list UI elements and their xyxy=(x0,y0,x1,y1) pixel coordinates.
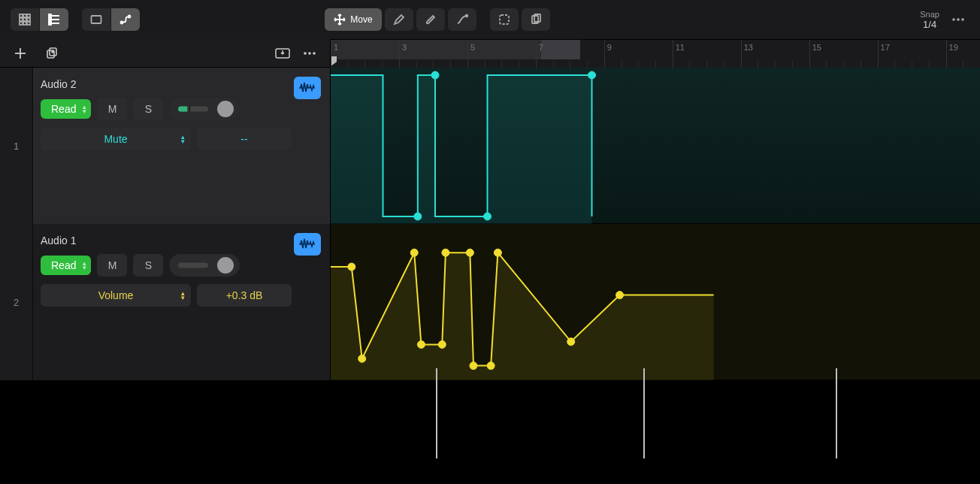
svg-point-23 xyxy=(957,18,960,21)
chevron-updown-icon: ▴▾ xyxy=(83,261,86,270)
automation-node[interactable] xyxy=(442,249,449,256)
automation-node[interactable] xyxy=(417,340,425,348)
track-type-icon[interactable] xyxy=(294,233,321,256)
tool-move[interactable]: Move xyxy=(325,8,381,31)
ruler-label: 7 xyxy=(539,43,543,52)
automation-mode-label: Read xyxy=(51,103,76,115)
automation-param-label: Volume xyxy=(98,289,134,301)
svg-point-22 xyxy=(952,18,955,21)
track-header-2[interactable]: 2 Audio 1 Read ▴▾ M S Volume xyxy=(0,224,330,380)
plus-icon xyxy=(14,47,27,60)
automation-node[interactable] xyxy=(466,249,473,256)
track-header-1[interactable]: 1 Audio 2 Read ▴▾ M S Mute xyxy=(0,68,330,224)
mute-button[interactable]: M xyxy=(97,98,127,120)
tool-pencil[interactable] xyxy=(385,8,413,31)
ruler-label: 11 xyxy=(676,43,685,52)
chevron-updown-icon: ▴▾ xyxy=(181,135,185,144)
automation-mode-button[interactable] xyxy=(111,8,140,31)
automation-param-label: Mute xyxy=(104,133,127,145)
ellipsis-icon xyxy=(951,13,965,26)
ruler-label: 3 xyxy=(402,43,407,52)
tool-marquee[interactable] xyxy=(490,8,519,31)
ruler-label: 13 xyxy=(744,43,753,52)
solo-button[interactable]: S xyxy=(133,98,163,120)
ruler-label: 17 xyxy=(881,43,890,52)
automation-lane-2[interactable] xyxy=(331,224,980,380)
automation-node[interactable] xyxy=(358,355,366,362)
automation-node[interactable] xyxy=(487,362,495,370)
automation-lane-1[interactable] xyxy=(331,68,980,224)
svg-rect-15 xyxy=(92,16,101,23)
view-grid-button[interactable] xyxy=(11,8,39,31)
svg-rect-19 xyxy=(500,15,509,24)
duplicate-track-button[interactable] xyxy=(44,45,60,62)
svg-point-34 xyxy=(313,52,316,55)
ruler-label: 5 xyxy=(470,43,475,52)
automation-node[interactable] xyxy=(588,71,596,79)
ellipsis-icon xyxy=(303,47,316,60)
add-track-button[interactable] xyxy=(12,45,29,62)
track-index: 2 xyxy=(0,224,33,380)
automation-node[interactable] xyxy=(470,362,477,370)
svg-rect-1 xyxy=(23,14,26,17)
import-button[interactable] xyxy=(274,45,291,62)
tool-curve[interactable] xyxy=(448,8,476,31)
automation-node[interactable] xyxy=(567,338,575,346)
snap-label: Snap xyxy=(920,10,939,19)
tool-copy[interactable] xyxy=(522,8,550,31)
svg-rect-3 xyxy=(20,18,23,21)
svg-rect-8 xyxy=(27,22,30,25)
track-type-icon[interactable] xyxy=(294,77,321,99)
automation-mode-selector[interactable]: Read ▴▾ xyxy=(41,256,91,275)
track-index: 1 xyxy=(0,68,33,224)
duplicate-icon xyxy=(45,47,59,60)
svg-rect-2 xyxy=(27,14,30,17)
toolbar-more-button[interactable] xyxy=(947,8,969,31)
automation-node[interactable] xyxy=(484,213,492,220)
automation-value-display[interactable]: -- xyxy=(197,128,292,150)
chevron-updown-icon: ▴▾ xyxy=(181,291,185,300)
svg-point-33 xyxy=(308,52,311,55)
snap-display[interactable]: Snap 1/4 xyxy=(920,10,939,30)
pan-control[interactable] xyxy=(169,98,240,120)
panel-more-button[interactable] xyxy=(301,45,318,62)
svg-point-24 xyxy=(961,18,964,21)
pencil-icon xyxy=(393,14,405,26)
panel-toolbar xyxy=(0,39,330,68)
rectangle-icon xyxy=(90,14,102,26)
view-list-button[interactable] xyxy=(40,8,68,31)
svg-rect-6 xyxy=(20,22,23,25)
automation-value-display[interactable]: +0.3 dB xyxy=(197,284,292,307)
pan-control[interactable] xyxy=(169,254,240,277)
waveform-icon xyxy=(298,238,316,250)
ruler-label: 1 xyxy=(334,43,338,52)
marquee-icon xyxy=(498,14,510,26)
copy-icon xyxy=(530,14,542,26)
automation-node[interactable] xyxy=(414,213,422,220)
automation-node[interactable] xyxy=(494,249,501,256)
automation-graph-2[interactable] xyxy=(331,224,980,380)
svg-point-32 xyxy=(304,52,307,55)
callout-line xyxy=(436,368,437,458)
automation-node[interactable] xyxy=(431,71,439,79)
automation-node[interactable] xyxy=(616,292,624,299)
track-name: Audio 2 xyxy=(41,78,319,90)
automation-graph-1[interactable] xyxy=(331,68,980,223)
automation-curve-icon xyxy=(119,14,132,26)
automation-value-label: +0.3 dB xyxy=(226,289,263,301)
automation-param-selector[interactable]: Volume ▴▾ xyxy=(41,284,191,307)
waveform-icon xyxy=(298,82,316,94)
tool-brush[interactable] xyxy=(416,8,445,31)
automation-param-selector[interactable]: Mute ▴▾ xyxy=(41,128,191,150)
import-icon xyxy=(275,47,290,59)
timeline-ruler[interactable]: 135791113151719 xyxy=(331,39,980,68)
callout-line xyxy=(643,368,645,458)
automation-node[interactable] xyxy=(410,249,418,256)
solo-button[interactable]: S xyxy=(133,254,163,277)
automation-node[interactable] xyxy=(438,340,446,348)
ruler-label: 19 xyxy=(949,43,958,52)
automation-node[interactable] xyxy=(348,263,355,271)
mute-button[interactable]: M xyxy=(97,254,127,277)
automation-mode-selector[interactable]: Read ▴▾ xyxy=(41,99,91,119)
region-mode-button[interactable] xyxy=(82,8,110,31)
